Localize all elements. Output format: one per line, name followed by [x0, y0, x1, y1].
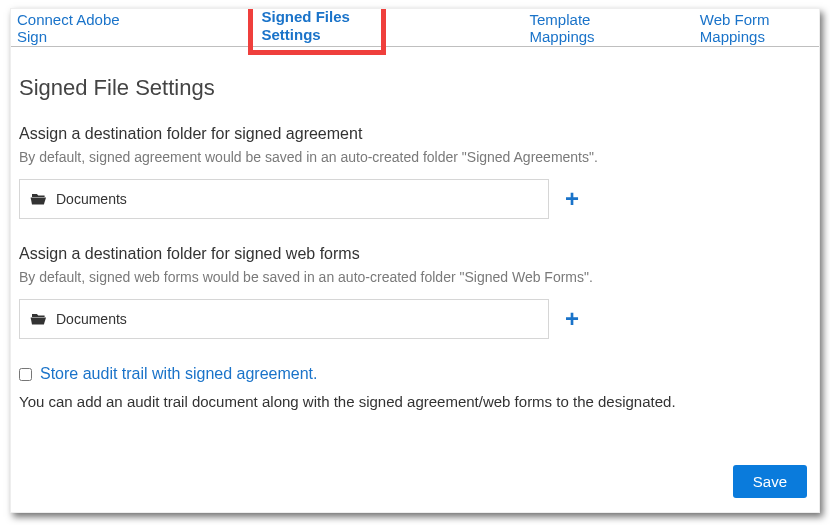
audit-trail-checkbox[interactable] — [19, 368, 32, 381]
audit-trail-label[interactable]: Store audit trail with signed agreement. — [40, 365, 317, 383]
tab-bar: Connect Adobe Sign Signed Files Settings… — [11, 9, 819, 47]
tab-web-form-mappings[interactable]: Web Form Mappings — [700, 11, 807, 45]
tab-connect-adobe-sign[interactable]: Connect Adobe Sign — [17, 11, 122, 45]
webforms-folder-input[interactable]: Documents — [19, 299, 549, 339]
agreement-folder-value: Documents — [56, 191, 127, 207]
folder-open-icon — [30, 192, 48, 206]
agreement-folder-desc: By default, signed agreement would be sa… — [19, 149, 811, 165]
tab-signed-files-settings-label: Signed Files Settings — [261, 8, 349, 43]
folder-open-icon — [30, 312, 48, 326]
settings-panel: Connect Adobe Sign Signed Files Settings… — [10, 8, 820, 513]
save-button[interactable]: Save — [733, 465, 807, 498]
add-webforms-folder-button[interactable]: + — [565, 307, 579, 331]
content-area: Signed File Settings Assign a destinatio… — [11, 47, 819, 418]
highlight-box: Signed Files Settings — [248, 8, 385, 55]
tab-template-mappings[interactable]: Template Mappings — [530, 11, 630, 45]
webforms-folder-value: Documents — [56, 311, 127, 327]
plus-icon: + — [565, 305, 579, 332]
agreement-folder-input[interactable]: Documents — [19, 179, 549, 219]
agreement-folder-label: Assign a destination folder for signed a… — [19, 125, 811, 143]
audit-trail-desc: You can add an audit trail document alon… — [19, 393, 811, 410]
plus-icon: + — [565, 185, 579, 212]
page-title: Signed File Settings — [19, 75, 811, 101]
webforms-folder-desc: By default, signed web forms would be sa… — [19, 269, 811, 285]
add-agreement-folder-button[interactable]: + — [565, 187, 579, 211]
tab-signed-files-settings[interactable]: Signed Files Settings — [244, 8, 389, 57]
webforms-folder-label: Assign a destination folder for signed w… — [19, 245, 811, 263]
